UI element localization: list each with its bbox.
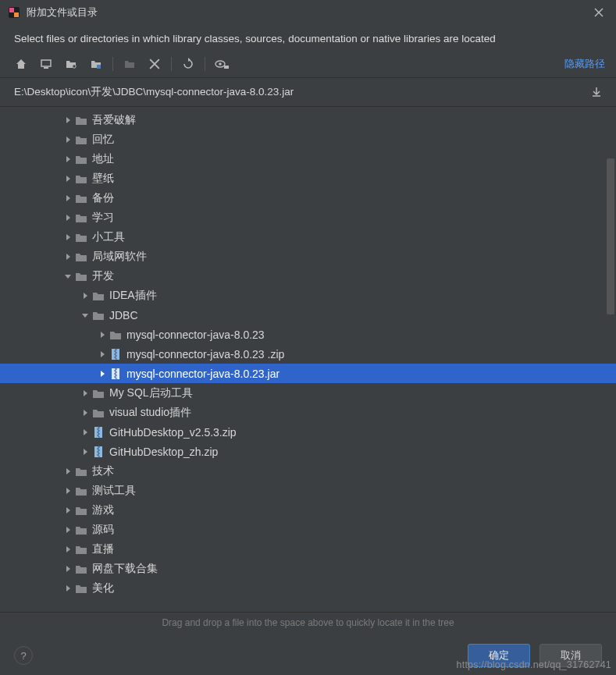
tree-scrollbar[interactable] [607, 108, 614, 608]
chevron-right-icon[interactable] [80, 292, 91, 300]
tree-node[interactable]: 测试工具 [0, 481, 616, 500]
chevron-right-icon[interactable] [80, 409, 91, 417]
svg-point-5 [73, 65, 76, 68]
tree-node[interactable]: mysql-connector-java-8.0.23 [0, 325, 616, 344]
chevron-right-icon[interactable] [62, 175, 73, 183]
tree-node[interactable]: 开发 [0, 266, 616, 286]
new-folder-icon[interactable] [123, 57, 137, 71]
tree-node-label: 回忆 [92, 133, 114, 147]
tree-node-label: 技术 [92, 464, 114, 478]
toolbar-separator [205, 57, 205, 71]
desktop-icon[interactable] [39, 57, 53, 71]
tree-node[interactable]: 壁纸 [0, 169, 616, 188]
chevron-right-icon[interactable] [62, 233, 73, 241]
chevron-right-icon[interactable] [97, 370, 108, 378]
chevron-right-icon[interactable] [62, 506, 73, 514]
tree-node[interactable]: 局域网软件 [0, 247, 616, 266]
tree-node-label: 开发 [92, 269, 114, 283]
tree-node[interactable]: 直播 [0, 539, 616, 559]
tree-node[interactable]: 学习 [0, 208, 616, 227]
tree-node-label: 美化 [92, 581, 114, 595]
download-icon[interactable] [591, 87, 605, 98]
tree-node[interactable]: 网盘下载合集 [0, 559, 616, 578]
chevron-right-icon[interactable] [62, 136, 73, 144]
chevron-right-icon[interactable] [97, 331, 108, 339]
module-folder-icon[interactable] [89, 57, 103, 71]
chevron-right-icon[interactable] [62, 487, 73, 495]
chevron-down-icon[interactable] [80, 311, 91, 319]
folder-icon [73, 563, 89, 574]
svg-rect-6 [97, 65, 101, 69]
home-icon[interactable] [14, 57, 28, 71]
chevron-right-icon[interactable] [62, 467, 73, 475]
svg-rect-4 [44, 67, 48, 69]
tree-node[interactable]: 备份 [0, 188, 616, 208]
project-icon[interactable] [64, 57, 78, 71]
tree-node-label: JDBC [109, 309, 138, 322]
file-tree[interactable]: 吾爱破解回忆地址壁纸备份学习小工具局域网软件开发IDEA插件JDBCmysql-… [0, 107, 616, 613]
refresh-icon[interactable] [181, 57, 195, 71]
tree-node-label: 小工具 [92, 230, 125, 244]
hide-path-link[interactable]: 隐藏路径 [564, 57, 605, 71]
tree-node[interactable]: 吾爱破解 [0, 110, 616, 130]
scrollbar-thumb[interactable] [607, 158, 614, 314]
folder-icon [73, 154, 89, 165]
tree-node-label: 直播 [92, 542, 114, 556]
chevron-right-icon[interactable] [62, 194, 73, 202]
tree-node-label: 局域网软件 [92, 250, 147, 264]
chevron-right-icon[interactable] [80, 389, 91, 397]
folder-icon [108, 329, 123, 340]
tree-node[interactable]: mysql-connector-java-8.0.23 .zip [0, 344, 616, 364]
tree-node-label: visual studio插件 [109, 406, 191, 420]
watermark: https://blog.csdn.net/qq_31762741 [457, 659, 611, 670]
chevron-right-icon[interactable] [62, 116, 73, 124]
chevron-right-icon[interactable] [62, 214, 73, 222]
tree-node[interactable]: GitHubDesktop_v2.5.3.zip [0, 422, 616, 442]
tree-node[interactable]: 源码 [0, 520, 616, 539]
chevron-right-icon[interactable] [80, 448, 91, 456]
tree-node[interactable]: visual studio插件 [0, 403, 616, 422]
chevron-right-icon[interactable] [62, 545, 73, 553]
folder-icon [91, 310, 106, 321]
delete-icon[interactable] [148, 57, 162, 71]
tree-node[interactable]: 技术 [0, 461, 616, 481]
dialog-subtitle: Select files or directories in which lib… [0, 25, 616, 55]
tree-node[interactable]: 小工具 [0, 227, 616, 247]
help-icon[interactable]: ? [14, 646, 33, 665]
tree-node[interactable]: JDBC [0, 305, 616, 325]
chevron-right-icon[interactable] [80, 428, 91, 436]
chevron-right-icon[interactable] [62, 155, 73, 163]
tree-node[interactable]: 回忆 [0, 130, 616, 149]
chevron-down-icon[interactable] [62, 272, 73, 280]
folder-icon [73, 134, 89, 145]
chevron-right-icon[interactable] [62, 526, 73, 534]
folder-icon [91, 407, 106, 418]
folder-icon [73, 115, 89, 126]
tree-node[interactable]: My SQL启动工具 [0, 383, 616, 403]
chevron-right-icon[interactable] [62, 565, 73, 573]
tree-node-label: 吾爱破解 [92, 113, 136, 127]
chevron-right-icon[interactable] [97, 350, 108, 358]
chevron-right-icon[interactable] [62, 584, 73, 592]
toolbar-separator [112, 57, 113, 71]
tree-node-label: 游戏 [92, 503, 114, 517]
tree-node[interactable]: GitHubDesktop_zh.zip [0, 442, 616, 461]
drop-hint: Drag and drop a file into the space abov… [0, 613, 616, 638]
tree-node[interactable]: 地址 [0, 149, 616, 169]
folder-icon [91, 388, 106, 399]
tree-node-label: GitHubDesktop_v2.5.3.zip [109, 426, 237, 439]
tree-node-label: My SQL启动工具 [109, 386, 193, 400]
show-hidden-icon[interactable] [215, 57, 229, 71]
folder-icon [73, 173, 89, 184]
tree-node-label: 网盘下载合集 [92, 562, 158, 576]
archive-icon [91, 446, 106, 458]
chevron-right-icon[interactable] [62, 253, 73, 261]
tree-node[interactable]: 美化 [0, 578, 616, 598]
close-icon[interactable] [589, 8, 608, 17]
tree-node[interactable]: 游戏 [0, 500, 616, 520]
folder-icon [73, 193, 89, 204]
folder-icon [73, 524, 89, 535]
path-input[interactable] [14, 83, 591, 101]
tree-node[interactable]: IDEA插件 [0, 286, 616, 305]
tree-node[interactable]: mysql-connector-java-8.0.23.jar [0, 364, 616, 383]
